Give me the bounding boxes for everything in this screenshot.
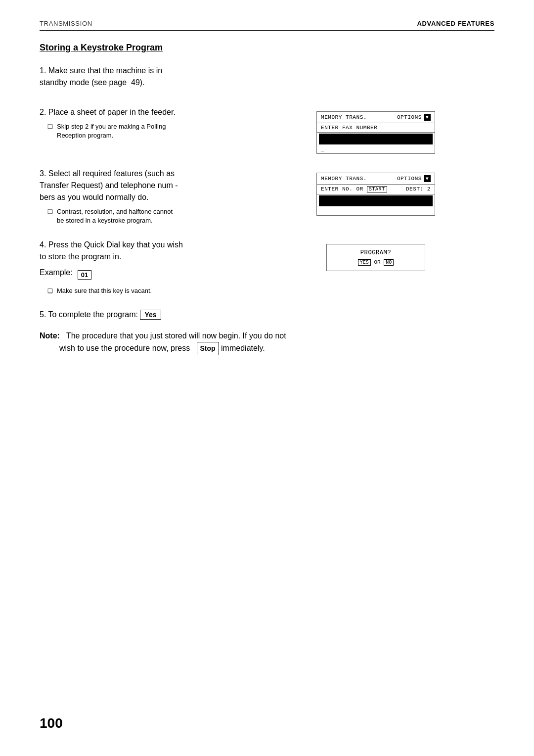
step-5-number: 5. To complete the program:: [40, 310, 140, 319]
step-5-text: 5. To complete the program: Yes: [40, 310, 494, 320]
step-4-display: PROGRAM? YES OR NO: [257, 239, 494, 295]
step-2: 2. Place a sheet of paper in the feeder.…: [40, 106, 494, 154]
lcd2-second-row: ENTER NO. OR START DEST: 2: [317, 185, 435, 194]
lcd1-top-right: OPTIONS ▼: [397, 114, 431, 121]
step-4-subnote: ❑ Make sure that this key is vacant.: [47, 286, 247, 295]
lcd1-cursor: _: [317, 145, 435, 153]
note-block: Note: The procedure that you just stored…: [40, 330, 494, 355]
step-2-text: 2. Place a sheet of paper in the feeder.: [40, 106, 247, 118]
page: TRANSMISSION ADVANCED FEATURES Storing a…: [0, 0, 534, 756]
note-text-after: immediately.: [221, 344, 265, 352]
lcd1-second-row: ENTER FAX NUMBER: [317, 123, 435, 133]
dialog-no-key: NO: [384, 259, 394, 266]
step-3-subnote: ❑ Contrast, resolution, and halftone can…: [47, 207, 247, 225]
step-5: 5. To complete the program: Yes: [40, 310, 494, 320]
step-1-left: 1. Make sure that the machine is instand…: [40, 65, 247, 93]
step-3-number: 3.: [40, 169, 48, 178]
step-3-display: MEMORY TRANS. OPTIONS ▼ ENTER NO. OR STA…: [257, 168, 494, 225]
lcd2-options-icon: ▼: [424, 175, 431, 182]
step-2-bullet: ❑: [47, 123, 53, 130]
step-3-left: 3. Select all required features (such as…: [40, 168, 247, 225]
lcd1-top-row: MEMORY TRANS. OPTIONS ▼: [317, 112, 435, 123]
step-3-text: 3. Select all required features (such as…: [40, 168, 247, 203]
step-1-right: [257, 65, 494, 93]
lcd-display-2: MEMORY TRANS. OPTIONS ▼ ENTER NO. OR STA…: [316, 173, 435, 216]
step-4-example-row: Example: 01: [40, 267, 247, 283]
step-4-number: 4.: [40, 240, 48, 249]
dialog-yes-key: YES: [358, 259, 371, 266]
note-label: Note:: [40, 331, 60, 340]
section-title: Storing a Keystroke Program: [40, 43, 494, 53]
step-2-number: 2.: [40, 108, 48, 116]
step-2-subnote: ❑ Skip step 2 if you are making a Pollin…: [47, 122, 247, 140]
lcd2-top-left: MEMORY TRANS.: [321, 176, 367, 182]
step-1: 1. Make sure that the machine is instand…: [40, 65, 494, 93]
lcd2-enter-no: ENTER NO. OR: [321, 186, 367, 192]
dialog-box: PROGRAM? YES OR NO: [326, 244, 425, 271]
lcd2-top-right: OPTIONS ▼: [397, 175, 431, 182]
lcd2-start-key: START: [367, 186, 387, 192]
step-3: 3. Select all required features (such as…: [40, 168, 494, 225]
step-1-number: 1.: [40, 66, 48, 75]
page-header: TRANSMISSION ADVANCED FEATURES: [40, 20, 494, 31]
lcd2-top-row: MEMORY TRANS. OPTIONS ▼: [317, 173, 435, 185]
lcd1-options-icon: ▼: [424, 114, 431, 121]
step-4-left: 4. Press the Quick Dial key that you wis…: [40, 239, 247, 295]
step-4-subnote-text: Make sure that this key is vacant.: [57, 286, 152, 295]
lcd1-options-label: OPTIONS: [397, 114, 422, 120]
step-1-text: 1. Make sure that the machine is instand…: [40, 65, 247, 89]
dialog-question: PROGRAM?: [335, 249, 417, 256]
lcd2-black-row: [319, 195, 433, 206]
header-left: TRANSMISSION: [40, 20, 92, 27]
step-2-subnote-text: Skip step 2 if you are making a PollingR…: [57, 122, 166, 140]
lcd2-dest: DEST: 2: [406, 186, 431, 192]
step-4-text: 4. Press the Quick Dial key that you wis…: [40, 239, 247, 263]
lcd2-options-label: OPTIONS: [397, 176, 422, 182]
step-5-yes-key: Yes: [140, 310, 161, 320]
page-number: 100: [40, 715, 63, 731]
lcd2-cursor: _: [317, 207, 435, 215]
stop-key: Stop: [197, 342, 219, 355]
dialog-or: OR: [374, 259, 380, 265]
lcd1-black-row: [319, 134, 433, 144]
lcd-display-1: MEMORY TRANS. OPTIONS ▼ ENTER FAX NUMBER…: [316, 111, 435, 154]
step-3-bullet: ❑: [47, 208, 53, 215]
dialog-options: YES OR NO: [335, 259, 417, 266]
step-4-bullet: ❑: [47, 287, 53, 294]
header-right: ADVANCED FEATURES: [417, 20, 494, 27]
step-2-left: 2. Place a sheet of paper in the feeder.…: [40, 106, 247, 154]
lcd1-top-left: MEMORY TRANS.: [321, 114, 367, 120]
step-3-subnote-text: Contrast, resolution, and halftone canno…: [57, 207, 173, 225]
step-4: 4. Press the Quick Dial key that you wis…: [40, 239, 494, 295]
step-2-display: MEMORY TRANS. OPTIONS ▼ ENTER FAX NUMBER…: [257, 106, 494, 154]
step-4-example-key: 01: [78, 270, 91, 280]
step-4-example-label: Example:: [40, 267, 73, 279]
